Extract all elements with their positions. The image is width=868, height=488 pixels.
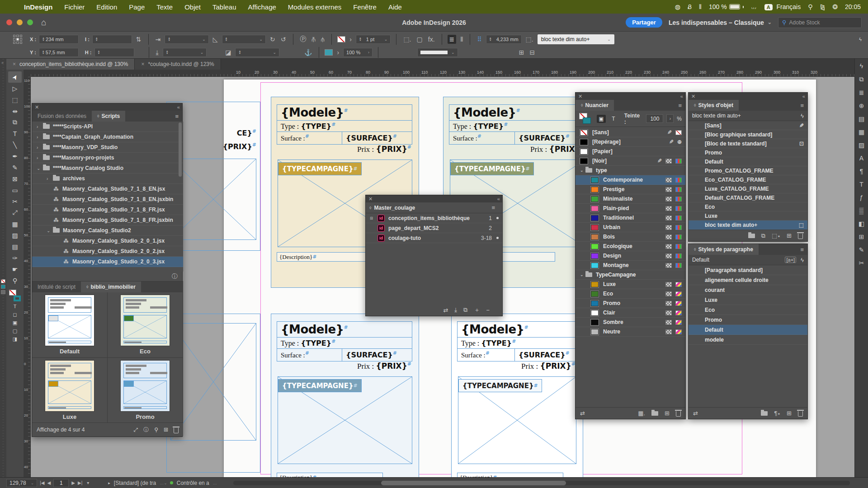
select-container-icon[interactable]: ⫛ (320, 36, 326, 43)
collapse-icon[interactable]: ‹‹ (802, 94, 805, 99)
constrain-link-icon[interactable]: ⇅ (135, 36, 143, 43)
library-item-thumbnail[interactable] (45, 361, 94, 411)
library-delete-icon[interactable] (174, 428, 179, 433)
object-style-row[interactable]: Promo (689, 148, 807, 157)
library-item[interactable]: Eco (108, 292, 183, 358)
style-source-icon[interactable]: ⧈ (366, 215, 377, 221)
campagne-tag-chip[interactable]: {TYPECAMPAGNE}# (278, 162, 362, 175)
menu-fenêtre[interactable]: Fenêtre (347, 0, 382, 14)
swatch-row[interactable]: Sombre (576, 318, 685, 327)
workspace-switcher[interactable]: Les indispensables – Classique ⌄ (669, 19, 772, 26)
script-tree-item[interactable]: ⌄****Masonry Catalog Studio (32, 163, 183, 174)
clear-overrides-icon[interactable]: ⬚✶ (772, 232, 780, 239)
scale-x-dropdown[interactable]: ▲▼⌄ (165, 35, 209, 44)
script-tree-item[interactable]: ⁂Masonry_Catalog_Studio_2_0_2.jsx (32, 246, 183, 257)
menu-aide[interactable]: Aide (382, 0, 408, 14)
object-style-row[interactable]: Eco_CATALOG_FRAME (689, 175, 807, 184)
rotate-angle-dropdown[interactable]: ▲▼⌄ (235, 48, 279, 57)
script-tree-item[interactable]: ⁂Masonry_Catalog_Studio_7_1_8_FR.jsxbin (32, 215, 183, 225)
collapse-icon[interactable]: ‹‹ (177, 104, 179, 110)
new-paragraph-style-icon[interactable]: ⊞ (787, 410, 792, 417)
swatch-views-icon[interactable]: ⇄ (580, 410, 585, 417)
library-item-thumbnail[interactable] (121, 361, 170, 411)
paragraph-style-row[interactable]: alignement cellule droite (689, 275, 807, 285)
color-icon[interactable]: ▦ (859, 128, 864, 136)
ruler-origin[interactable] (24, 70, 31, 77)
stroke-weight-dropdown[interactable]: ▲▼1 pt⌄ (356, 35, 391, 44)
formatting-affects-text-icon[interactable]: T (8, 302, 22, 310)
formatting-affects-container-icon[interactable]: ◻ (8, 310, 22, 319)
close-icon[interactable]: ✕ (35, 104, 39, 110)
tab-intitule-de-script[interactable]: Intitulé de script (32, 282, 81, 292)
control-panel-lightning-icon[interactable]: ϟ (859, 37, 862, 42)
zoom-level-dropdown[interactable]: 129,78⌄ (6, 479, 37, 487)
script-tree-item[interactable]: ⌄Masonry_Catalog_Studio2 (32, 225, 183, 236)
book-print-icon[interactable]: ⧉ (463, 306, 467, 314)
note-tool[interactable]: ▤ (8, 241, 22, 252)
control-center-icon[interactable]: ⧎ (820, 3, 825, 10)
swatch-row[interactable]: Bois (576, 232, 685, 242)
fill-stroke-proxy[interactable] (8, 289, 22, 302)
expander-icon[interactable]: ⌄ (47, 228, 52, 233)
swatch-row[interactable]: Neutre (576, 327, 685, 337)
tab-scripts[interactable]: ◊Scripts (92, 111, 125, 122)
menu-tableau[interactable]: Tableau (207, 0, 242, 14)
stroke-icon[interactable]: ▤ (859, 115, 864, 122)
corner-options-icon[interactable]: ⬚. (402, 36, 412, 43)
panel-menu-icon[interactable]: ≡ (488, 204, 499, 211)
panel-menu-icon[interactable]: ≡ (797, 100, 807, 111)
current-paragraph-style[interactable]: Default [a+] ϟ (689, 255, 807, 265)
close-tab-icon[interactable]: × (141, 61, 144, 67)
book-document-row[interactable]: Idpage_depart_MCS22 (366, 223, 502, 233)
dock-gradient-swatch[interactable] (1, 290, 5, 294)
scrollbar-thumb[interactable] (179, 122, 182, 177)
swatch-row[interactable]: Contemporaine (576, 175, 685, 185)
stroke-type-dropdown[interactable]: ⌄ (417, 48, 458, 57)
eyedropper-tool[interactable]: ✑ (8, 252, 22, 263)
object-style-row[interactable]: [Bloc graphique standard] (689, 130, 807, 139)
menu-page[interactable]: Page (123, 0, 151, 14)
swatches-icon[interactable]: ▒ (859, 207, 864, 214)
pages-icon[interactable]: ⧉ (859, 75, 864, 83)
horizontal-scrollbar[interactable] (233, 481, 850, 485)
page-menu-icon[interactable]: ▾ (87, 480, 89, 485)
description-frame[interactable]: {Description}# (277, 473, 383, 477)
formatting-affects-container-icon[interactable]: ▣ (597, 115, 606, 123)
panel-menu-icon[interactable]: ≡ (797, 244, 807, 255)
stroke-swatch[interactable] (14, 296, 21, 301)
swatch-row[interactable]: Ecologique (576, 242, 685, 251)
swatch-row[interactable]: Design (576, 251, 685, 261)
gradient-icon[interactable]: ▨ (859, 141, 864, 149)
flip-vertical-icon[interactable]: ⤓ (155, 49, 160, 56)
creative-cloud-icon[interactable]: ◍ (675, 3, 680, 10)
line-tool[interactable]: ╲ (8, 139, 22, 150)
left-dock-strip[interactable]: » (0, 59, 6, 488)
formatting-affects-text-icon[interactable]: T (609, 115, 618, 123)
frame-tool[interactable]: ⊠ (8, 173, 22, 184)
styles-panel-views-icon[interactable]: ⇄ (693, 410, 698, 417)
new-object-style-icon[interactable]: ⊞ (787, 232, 792, 239)
description-frame[interactable]: {Description}# (457, 473, 563, 477)
current-object-style[interactable]: bloc texte dim auto+ ϟ (689, 111, 807, 121)
content-collector-tool[interactable]: ⧉ (8, 117, 22, 128)
spotlight-search-icon[interactable]: ⚲ (808, 3, 812, 10)
delete-object-style-icon[interactable] (798, 234, 803, 239)
delete-paragraph-style-icon[interactable] (798, 411, 803, 417)
expander-icon[interactable]: › (37, 155, 42, 160)
expander-icon[interactable]: ⌄ (37, 166, 42, 171)
object-style-row[interactable]: Default (689, 157, 807, 166)
page-tool[interactable]: ⬚ (8, 94, 22, 105)
tint-value-field[interactable]: 100 (646, 114, 663, 123)
menu-edition[interactable]: Edition (90, 0, 123, 14)
shear-dropdown[interactable]: ▲▼⌄ (222, 35, 266, 44)
quick-apply-icon[interactable]: ϟ (801, 257, 804, 263)
swatch-row[interactable]: Luxe (576, 280, 685, 289)
close-tab-icon[interactable]: × (13, 61, 16, 67)
script-tree-item[interactable]: ›archives (32, 174, 183, 184)
dock-stroke-swatch[interactable] (1, 285, 5, 289)
document-tab[interactable]: ×*coulage-tuto.indd @ 123% (135, 59, 221, 70)
text-wrap-none-icon[interactable]: ≣ (448, 35, 457, 44)
quick-apply-icon[interactable]: ϟ (801, 113, 804, 119)
library-search-icon[interactable]: ⚲ (154, 427, 158, 433)
script-tree-item[interactable]: ›*****Scripts-API (32, 122, 183, 132)
